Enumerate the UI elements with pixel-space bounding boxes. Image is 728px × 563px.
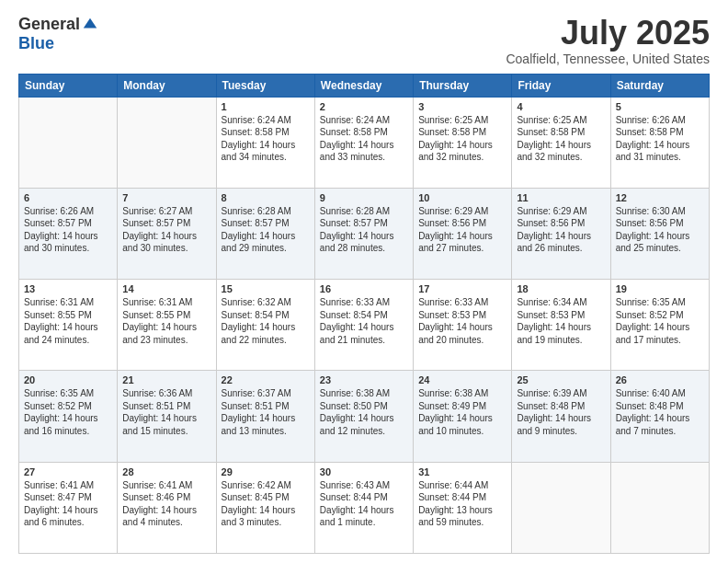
cell-details: Sunrise: 6:42 AMSunset: 8:45 PMDaylight:… — [222, 479, 310, 529]
day-number: 26 — [616, 374, 704, 385]
calendar-cell: 7Sunrise: 6:27 AMSunset: 8:57 PMDaylight… — [118, 188, 216, 279]
day-number: 27 — [24, 466, 112, 477]
cell-details: Sunrise: 6:35 AMSunset: 8:52 PMDaylight:… — [616, 296, 704, 346]
calendar-cell: 20Sunrise: 6:35 AMSunset: 8:52 PMDayligh… — [19, 371, 118, 462]
cell-details: Sunrise: 6:33 AMSunset: 8:54 PMDaylight:… — [320, 296, 408, 346]
calendar-body: 1Sunrise: 6:24 AMSunset: 8:58 PMDaylight… — [19, 97, 710, 553]
calendar-table: SundayMondayTuesdayWednesdayThursdayFrid… — [18, 74, 710, 554]
day-number: 14 — [122, 283, 210, 294]
calendar-cell: 19Sunrise: 6:35 AMSunset: 8:52 PMDayligh… — [610, 280, 709, 371]
calendar-week-4: 20Sunrise: 6:35 AMSunset: 8:52 PMDayligh… — [19, 371, 710, 462]
cell-details: Sunrise: 6:24 AMSunset: 8:58 PMDaylight:… — [320, 114, 408, 164]
cell-details: Sunrise: 6:40 AMSunset: 8:48 PMDaylight:… — [616, 387, 704, 437]
calendar-cell: 30Sunrise: 6:43 AMSunset: 8:44 PMDayligh… — [314, 462, 413, 553]
calendar-cell: 2Sunrise: 6:24 AMSunset: 8:58 PMDaylight… — [314, 97, 413, 188]
day-number: 25 — [517, 374, 605, 385]
month-title: July 2025 — [506, 15, 710, 52]
day-number: 7 — [122, 192, 210, 203]
cell-details: Sunrise: 6:33 AMSunset: 8:53 PMDaylight:… — [418, 296, 506, 346]
cell-details: Sunrise: 6:39 AMSunset: 8:48 PMDaylight:… — [517, 387, 605, 437]
calendar-cell — [118, 97, 216, 188]
day-number: 12 — [616, 192, 704, 203]
day-header-tuesday: Tuesday — [216, 74, 314, 97]
day-header-monday: Monday — [118, 74, 216, 97]
calendar-cell: 10Sunrise: 6:29 AMSunset: 8:56 PMDayligh… — [414, 188, 512, 279]
calendar-cell — [19, 97, 118, 188]
day-number: 23 — [320, 374, 408, 385]
calendar-cell: 11Sunrise: 6:29 AMSunset: 8:56 PMDayligh… — [512, 188, 610, 279]
day-header-thursday: Thursday — [414, 74, 512, 97]
day-number: 30 — [320, 466, 408, 477]
header: General Blue July 2025 Coalfield, Tennes… — [18, 15, 710, 66]
day-number: 4 — [517, 101, 605, 112]
calendar-header-row: SundayMondayTuesdayWednesdayThursdayFrid… — [19, 74, 710, 97]
day-number: 16 — [320, 283, 408, 294]
cell-details: Sunrise: 6:37 AMSunset: 8:51 PMDaylight:… — [222, 387, 310, 437]
cell-details: Sunrise: 6:38 AMSunset: 8:50 PMDaylight:… — [320, 387, 408, 437]
day-number: 11 — [517, 192, 605, 203]
cell-details: Sunrise: 6:34 AMSunset: 8:53 PMDaylight:… — [517, 296, 605, 346]
cell-details: Sunrise: 6:25 AMSunset: 8:58 PMDaylight:… — [517, 114, 605, 164]
calendar-cell: 18Sunrise: 6:34 AMSunset: 8:53 PMDayligh… — [512, 280, 610, 371]
location: Coalfield, Tennessee, United States — [506, 52, 710, 66]
calendar-cell: 4Sunrise: 6:25 AMSunset: 8:58 PMDaylight… — [512, 97, 610, 188]
cell-details: Sunrise: 6:26 AMSunset: 8:57 PMDaylight:… — [24, 205, 112, 255]
calendar-cell: 9Sunrise: 6:28 AMSunset: 8:57 PMDaylight… — [314, 188, 413, 279]
calendar-cell: 28Sunrise: 6:41 AMSunset: 8:46 PMDayligh… — [118, 462, 216, 553]
cell-details: Sunrise: 6:30 AMSunset: 8:56 PMDaylight:… — [616, 205, 704, 255]
calendar-cell: 5Sunrise: 6:26 AMSunset: 8:58 PMDaylight… — [610, 97, 709, 188]
title-section: July 2025 Coalfield, Tennessee, United S… — [506, 15, 710, 66]
day-number: 18 — [517, 283, 605, 294]
day-number: 24 — [418, 374, 506, 385]
calendar-cell: 29Sunrise: 6:42 AMSunset: 8:45 PMDayligh… — [216, 462, 314, 553]
day-number: 6 — [24, 192, 112, 203]
cell-details: Sunrise: 6:31 AMSunset: 8:55 PMDaylight:… — [24, 296, 112, 346]
page: General Blue July 2025 Coalfield, Tennes… — [0, 0, 728, 563]
calendar-cell: 27Sunrise: 6:41 AMSunset: 8:47 PMDayligh… — [19, 462, 118, 553]
day-number: 10 — [418, 192, 506, 203]
day-header-saturday: Saturday — [610, 74, 709, 97]
calendar-cell: 26Sunrise: 6:40 AMSunset: 8:48 PMDayligh… — [610, 371, 709, 462]
cell-details: Sunrise: 6:26 AMSunset: 8:58 PMDaylight:… — [616, 114, 704, 164]
cell-details: Sunrise: 6:27 AMSunset: 8:57 PMDaylight:… — [122, 205, 210, 255]
calendar-cell: 17Sunrise: 6:33 AMSunset: 8:53 PMDayligh… — [414, 280, 512, 371]
calendar-cell — [610, 462, 709, 553]
calendar-cell: 6Sunrise: 6:26 AMSunset: 8:57 PMDaylight… — [19, 188, 118, 279]
calendar-cell: 1Sunrise: 6:24 AMSunset: 8:58 PMDaylight… — [216, 97, 314, 188]
cell-details: Sunrise: 6:32 AMSunset: 8:54 PMDaylight:… — [222, 296, 310, 346]
day-number: 21 — [122, 374, 210, 385]
calendar-week-5: 27Sunrise: 6:41 AMSunset: 8:47 PMDayligh… — [19, 462, 710, 553]
day-header-sunday: Sunday — [19, 74, 118, 97]
calendar-cell: 12Sunrise: 6:30 AMSunset: 8:56 PMDayligh… — [610, 188, 709, 279]
day-number: 2 — [320, 101, 408, 112]
cell-details: Sunrise: 6:24 AMSunset: 8:58 PMDaylight:… — [222, 114, 310, 164]
logo-icon — [82, 17, 98, 33]
calendar-week-3: 13Sunrise: 6:31 AMSunset: 8:55 PMDayligh… — [19, 280, 710, 371]
cell-details: Sunrise: 6:31 AMSunset: 8:55 PMDaylight:… — [122, 296, 210, 346]
day-number: 15 — [222, 283, 310, 294]
cell-details: Sunrise: 6:43 AMSunset: 8:44 PMDaylight:… — [320, 479, 408, 529]
day-number: 5 — [616, 101, 704, 112]
calendar-cell: 8Sunrise: 6:28 AMSunset: 8:57 PMDaylight… — [216, 188, 314, 279]
calendar-week-2: 6Sunrise: 6:26 AMSunset: 8:57 PMDaylight… — [19, 188, 710, 279]
day-number: 3 — [418, 101, 506, 112]
cell-details: Sunrise: 6:29 AMSunset: 8:56 PMDaylight:… — [517, 205, 605, 255]
cell-details: Sunrise: 6:25 AMSunset: 8:58 PMDaylight:… — [418, 114, 506, 164]
cell-details: Sunrise: 6:29 AMSunset: 8:56 PMDaylight:… — [418, 205, 506, 255]
cell-details: Sunrise: 6:38 AMSunset: 8:49 PMDaylight:… — [418, 387, 506, 437]
day-header-friday: Friday — [512, 74, 610, 97]
day-number: 22 — [222, 374, 310, 385]
calendar-cell: 21Sunrise: 6:36 AMSunset: 8:51 PMDayligh… — [118, 371, 216, 462]
calendar-cell: 25Sunrise: 6:39 AMSunset: 8:48 PMDayligh… — [512, 371, 610, 462]
calendar-cell: 13Sunrise: 6:31 AMSunset: 8:55 PMDayligh… — [19, 280, 118, 371]
cell-details: Sunrise: 6:28 AMSunset: 8:57 PMDaylight:… — [222, 205, 310, 255]
calendar-cell: 24Sunrise: 6:38 AMSunset: 8:49 PMDayligh… — [414, 371, 512, 462]
cell-details: Sunrise: 6:35 AMSunset: 8:52 PMDaylight:… — [24, 387, 112, 437]
cell-details: Sunrise: 6:44 AMSunset: 8:44 PMDaylight:… — [418, 479, 506, 529]
day-number: 8 — [222, 192, 310, 203]
calendar-cell: 23Sunrise: 6:38 AMSunset: 8:50 PMDayligh… — [314, 371, 413, 462]
day-number: 9 — [320, 192, 408, 203]
day-header-wednesday: Wednesday — [314, 74, 413, 97]
calendar-cell: 16Sunrise: 6:33 AMSunset: 8:54 PMDayligh… — [314, 280, 413, 371]
calendar-week-1: 1Sunrise: 6:24 AMSunset: 8:58 PMDaylight… — [19, 97, 710, 188]
